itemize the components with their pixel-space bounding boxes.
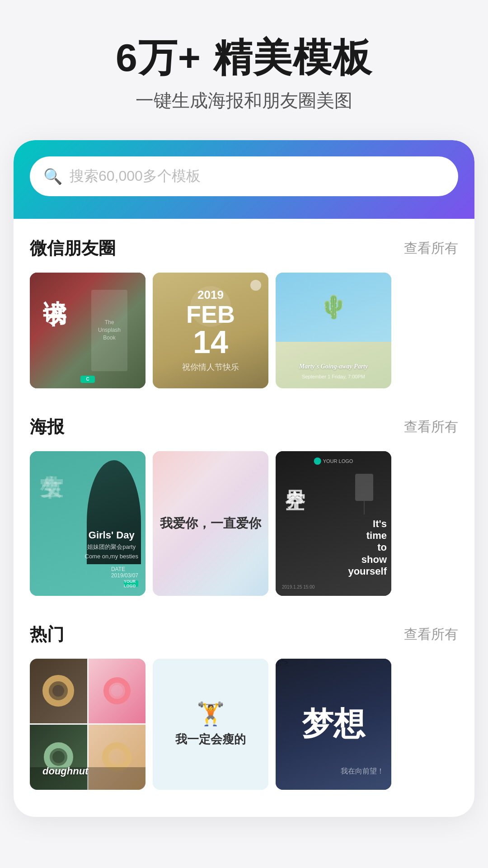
poster-section-header: 海报 查看所有: [30, 415, 458, 439]
app-card: 🔍 搜索60,000多个模板 微信朋友圈 查看所有 TheUnsplashBoo…: [14, 140, 474, 817]
doughnut-badge: doughnut: [30, 767, 145, 790]
hot-section-header: 热门 查看所有: [30, 623, 458, 646]
valentine-sub: 祝你情人节快乐: [182, 362, 239, 373]
poster-section-title: 海报: [30, 415, 64, 439]
template-valentine[interactable]: 2019 FEB 14 祝你情人节快乐: [153, 273, 268, 388]
template-girlsday[interactable]: 女生节 Girls' Day 姐妹团的聚会party Come on,my be…: [30, 451, 145, 596]
hot-view-all[interactable]: 查看所有: [404, 625, 458, 644]
search-box[interactable]: 🔍 搜索60,000多个模板: [30, 156, 458, 196]
hero-title: 6万+ 精美模板: [18, 36, 470, 79]
valentine-dot: [250, 280, 261, 291]
template-reading[interactable]: TheUnsplashBook 读书 C: [30, 273, 145, 388]
hot-templates-row: doughnut 🏋️ 我一定会瘦的 ');"> 梦想 我在向前望！: [30, 659, 458, 790]
wechat-templates-row: TheUnsplashBook 读书 C 2019 FEB 14: [30, 273, 458, 388]
party-title: Marty's Going-away Party: [285, 359, 382, 371]
template-love[interactable]: 我爱你，一直爱你: [153, 451, 268, 596]
template-show[interactable]: YOUR LOGO 空界 It's time to show yourself: [276, 451, 391, 596]
template-motivation[interactable]: 🏋️ 我一定会瘦的: [153, 659, 268, 790]
motivation-text: 我一定会瘦的: [175, 731, 246, 747]
search-placeholder: 搜索60,000多个模板: [70, 166, 201, 186]
hot-section-title: 热门: [30, 623, 64, 646]
doughnut-cell-1: [30, 659, 87, 724]
hero-subtitle: 一键生成海报和朋友圈美图: [18, 88, 470, 113]
poster-section: 海报 查看所有 女生节 Girls' Day 姐妹团的聚会party Come …: [14, 397, 474, 605]
show-en: It's time to show yourself: [348, 518, 387, 578]
reading-vertical-text: 读书: [39, 282, 70, 379]
valentine-year: 2019: [182, 288, 239, 302]
girlsday-cn-text: 女生节: [36, 458, 67, 590]
love-text: 我爱你，一直爱你: [160, 515, 261, 532]
wechat-section: 微信朋友圈 查看所有 TheUnsplashBook 读书 C: [14, 219, 474, 397]
poster-view-all[interactable]: 查看所有: [404, 418, 458, 436]
wechat-section-header: 微信朋友圈 查看所有: [30, 237, 458, 260]
doughnut-cell-2: [89, 659, 146, 724]
dream-text: 梦想: [302, 703, 365, 745]
search-icon: 🔍: [43, 167, 62, 185]
template-dream[interactable]: ');"> 梦想 我在向前望！: [276, 659, 391, 790]
wechat-section-title: 微信朋友圈: [30, 237, 116, 260]
party-details: September 1 Friday, 7:00PM: [285, 374, 382, 379]
show-cn-text: 空界: [282, 474, 309, 560]
hero-section: 6万+ 精美模板 一键生成海报和朋友圈美图: [0, 0, 488, 140]
dream-sub: 我在向前望！: [341, 767, 384, 776]
template-party[interactable]: 🌵 Marty's Going-away Party September 1 F…: [276, 273, 391, 388]
doughnut-label: doughnut: [42, 765, 88, 777]
girlsday-en: Girls' Day 姐妹团的聚会party Come on,my bestie…: [85, 529, 139, 560]
valentine-month: FEB 14: [182, 302, 239, 358]
search-header: 🔍 搜索60,000多个模板: [14, 140, 474, 219]
girlsday-date: DATE 2019/03/07 YOUR LOGO: [111, 566, 138, 587]
poster-templates-row: 女生节 Girls' Day 姐妹团的聚会party Come on,my be…: [30, 451, 458, 596]
template-doughnut[interactable]: doughnut: [30, 659, 145, 790]
hot-section: 热门 查看所有: [14, 605, 474, 799]
wechat-view-all[interactable]: 查看所有: [404, 239, 458, 258]
